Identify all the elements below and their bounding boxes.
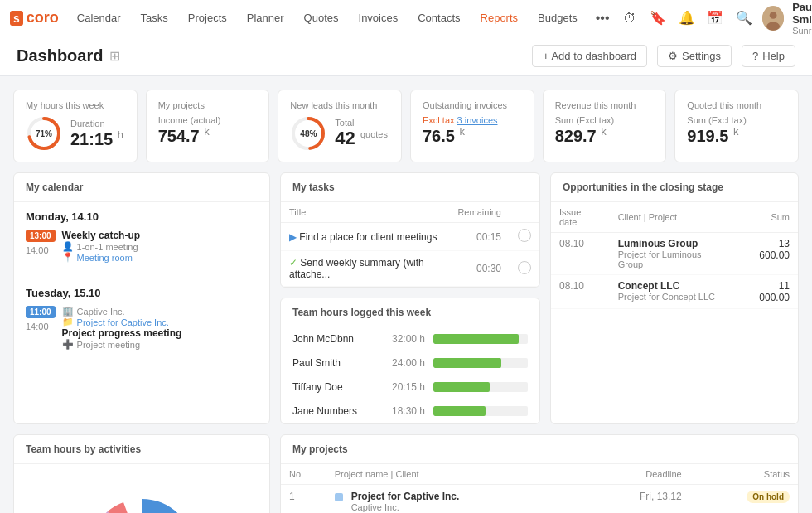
stat-projects-sublabel: Income (actual) (158, 115, 221, 125)
team-name-1: John McDbnn (292, 333, 375, 345)
opp-table: Issue date Client | Project Sum 08.10 Lu… (551, 202, 798, 309)
bookmark-icon[interactable]: 🔖 (648, 7, 668, 30)
tuesday-section: Tuesday, 15.10 11:00 14:00 🏢 Captive Inc… (14, 278, 269, 365)
opp-client-name-1: Luminous Group (618, 238, 729, 249)
nav-projects[interactable]: Projects (180, 7, 235, 29)
search-icon[interactable]: 🔍 (733, 7, 753, 30)
meeting-type-label: Project meeting (77, 340, 140, 350)
opp-col-date: Issue date (551, 202, 610, 233)
nav-planner[interactable]: Planner (239, 7, 292, 29)
proj-col-status: Status (690, 464, 798, 485)
team-name-4: Jane Numbers (292, 405, 375, 417)
dashboard-config-icon[interactable]: ⊞ (109, 48, 120, 64)
stat-revenue-value: 829.7 k (555, 125, 615, 146)
proj-client-1: Captive Inc. (351, 502, 460, 512)
team-name-2: Paul Smith (292, 357, 375, 369)
event-project: 📁 Project for Captive Inc. (62, 317, 258, 327)
team-name-3: Tiffany Doe (292, 381, 375, 393)
proj-col-no: No. (281, 464, 326, 485)
help-button[interactable]: ? Help (742, 45, 795, 67)
task-title-1: ▶ Find a place for client meetings (281, 223, 449, 251)
task-check-2[interactable] (510, 251, 539, 287)
stat-revenue-label: Revenue this month (555, 100, 655, 110)
event-weekly-catchup[interactable]: 13:00 14:00 Weekly catch-up 👤 1-on-1 mee… (26, 230, 258, 263)
settings-button[interactable]: ⚙ Settings (657, 45, 732, 67)
task-icon-1: ▶ (289, 231, 299, 243)
logo[interactable]: scoro (10, 9, 59, 27)
stat-outstanding-sublabel: Excl tax 3 invoices (423, 115, 498, 125)
stat-hours-label: My hours this week (26, 100, 125, 110)
stat-hours-percent: 71% (36, 129, 52, 138)
stat-my-projects: My projects Income (actual) 754.7 k (146, 90, 270, 162)
opp-project-name-2: Project for Concept LLC (618, 292, 729, 302)
tasks-table: Title Remaining ▶ Find a place for clien… (281, 202, 539, 287)
calendar-header: My calendar (14, 173, 269, 202)
team-row-3: Tiffany Doe 20:15 h (281, 375, 539, 399)
stat-projects-value: 754.7 k (158, 125, 221, 146)
opp-date-1: 08.10 (551, 233, 610, 275)
proj-no-1: 1 (281, 485, 326, 514)
nav-tasks[interactable]: Tasks (133, 7, 176, 29)
project-icon: 📁 (62, 317, 74, 327)
event-progress-meeting[interactable]: 11:00 14:00 🏢 Captive Inc. 📁 Project for… (26, 306, 258, 350)
page-header-actions: + Add to dashboard ⚙ Settings ? Help (532, 45, 795, 67)
nav-contacts[interactable]: Contacts (409, 7, 468, 29)
opp-col-sum: Sum (737, 202, 798, 233)
bell-icon[interactable]: 🔔 (677, 7, 697, 30)
tasks-col-remaining: Remaining (449, 202, 510, 223)
stat-projects-label: My projects (158, 100, 258, 110)
event-type-icon: 👤 (62, 241, 74, 252)
opportunities-card: Opportunities in the closing stage Issue… (550, 172, 799, 424)
calendar-card: My calendar Monday, 14.10 13:00 14:00 We… (13, 172, 270, 424)
top-nav: scoro Calendar Tasks Projects Planner Qu… (0, 0, 812, 36)
activities-card: Team hours by activities (13, 434, 270, 513)
nav-calendar[interactable]: Calendar (69, 7, 129, 29)
monday-label: Monday, 14.10 (26, 211, 258, 223)
proj-title-1: Project for Captive Inc. (351, 491, 460, 502)
stat-outstanding: Outstanding invoices Excl tax 3 invoices… (410, 90, 534, 162)
stat-new-leads: New leads this month 48% Total 42 quotes (278, 90, 402, 162)
nav-invoices[interactable]: Invoices (350, 7, 407, 29)
opp-project-name-1: Project for Luminous Group (618, 249, 729, 269)
opp-header: Opportunities in the closing stage (551, 173, 798, 202)
stat-quoted-sublabel: Sum (Excl tax) (687, 115, 747, 125)
event-meta: 👤 1-on-1 meeting (62, 241, 258, 252)
nav-quotes[interactable]: Quotes (296, 7, 347, 29)
stats-row: My hours this week 71% Duration 21:15 h … (13, 90, 799, 162)
calendar-add-icon[interactable]: 📅 (705, 7, 725, 30)
stat-my-hours: My hours this week 71% Duration 21:15 h (13, 90, 138, 162)
team-bar-bg-2 (433, 358, 528, 368)
stat-revenue: Revenue this month Sum (Excl tax) 829.7 … (543, 90, 667, 162)
svg-point-1 (770, 12, 777, 19)
stat-quoted: Quoted this month Sum (Excl tax) 919.5 k (674, 90, 799, 162)
tasks-col-action (510, 202, 539, 223)
bottom-row: Team hours by activities (13, 434, 799, 513)
avatar[interactable] (762, 6, 784, 31)
nav-budgets[interactable]: Budgets (529, 7, 586, 29)
stat-outstanding-label: Outstanding invoices (423, 100, 522, 110)
task-row-2: ✓ Send weekly summary (with attache... 0… (281, 251, 539, 287)
team-hours-3: 20:15 h (384, 381, 425, 393)
user-company: Sunrise Ltd (792, 26, 812, 36)
team-bar-bg-4 (433, 406, 528, 416)
stat-leads-value: 42 quotes (335, 128, 388, 149)
opp-row-1: 08.10 Luminous Group Project for Luminou… (551, 233, 798, 275)
timer-icon[interactable]: ⏱ (620, 7, 640, 30)
task-check-1[interactable] (510, 223, 539, 251)
location-label: Meeting room (77, 253, 133, 263)
proj-spacer-1 (570, 485, 594, 514)
opp-sum-1: 13 600.00 (737, 233, 798, 275)
team-hours-2: 24:00 h (384, 357, 425, 369)
proj-status-1: On hold (690, 485, 798, 514)
add-to-dashboard-button[interactable]: + Add to dashboard (532, 45, 647, 67)
projects-table: No. Project name | Client Deadline Statu… (281, 464, 798, 513)
donut-chart (67, 477, 216, 513)
project-label: Project for Captive Inc. (77, 317, 169, 327)
task-remaining-1: 00:15 (449, 223, 510, 251)
nav-reports[interactable]: Reports (472, 7, 527, 29)
nav-more-icon[interactable]: ••• (589, 6, 616, 31)
nav-right: ⏱ 🔖 🔔 📅 🔍 Paul Smith Sunrise Ltd ▾ (620, 1, 812, 36)
team-hours-header: Team hours logged this week (281, 298, 539, 327)
event-type-label: 1-on-1 meeting (77, 242, 138, 252)
tasks-header: My tasks (281, 173, 539, 202)
